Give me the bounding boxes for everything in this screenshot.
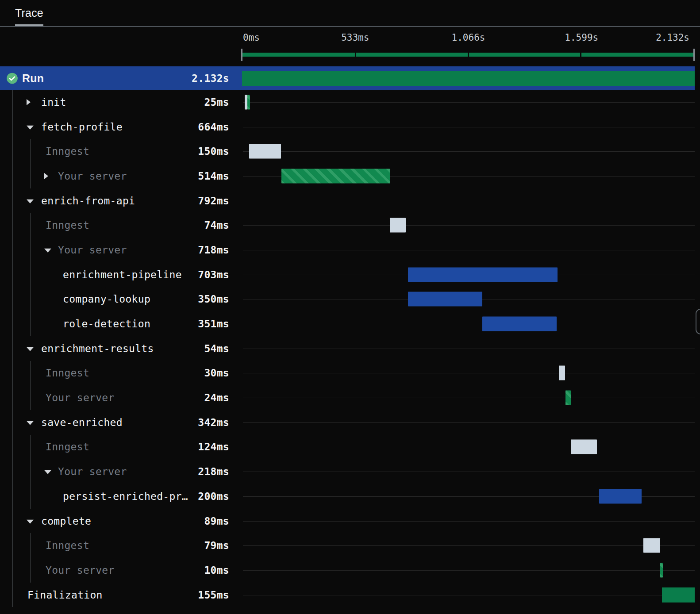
trace-row-init[interactable]: init25ms <box>0 90 695 115</box>
span-bar-run[interactable] <box>242 71 695 86</box>
span-bar-step[interactable] <box>408 292 482 307</box>
span-name-label: complete <box>41 515 91 527</box>
indent-guide-line <box>30 262 31 287</box>
span-bar-step[interactable] <box>482 317 557 331</box>
span-bar-queue[interactable] <box>571 440 597 454</box>
collapse-chevron-icon[interactable] <box>27 347 34 351</box>
span-name-label: Inngest <box>46 219 89 231</box>
row-label-panel: Inngest124ms <box>0 435 242 460</box>
span-bar-server[interactable] <box>281 169 391 183</box>
trace-row-company-lookup[interactable]: company-lookup350ms <box>0 287 695 312</box>
trace-row-enrich-from-api[interactable]: enrich-from-api792ms <box>0 188 695 213</box>
indent-guide-line <box>30 533 31 558</box>
expand-chevron-icon[interactable] <box>27 99 31 105</box>
indent-guide-line <box>12 533 13 558</box>
trace-row-fetch-profile[interactable]: fetch-profile664ms <box>0 115 695 139</box>
span-bar-queue[interactable] <box>559 366 565 380</box>
span-duration-label: 200ms <box>198 491 229 502</box>
span-bar-run[interactable] <box>662 587 695 602</box>
row-label-panel: enrich-from-api792ms <box>0 188 242 213</box>
span-duration-label: 30ms <box>204 367 229 379</box>
span-duration-label: 703ms <box>198 269 229 280</box>
trace-row-finalization[interactable]: Finalization155ms <box>0 583 695 607</box>
collapse-chevron-icon[interactable] <box>27 199 34 203</box>
vertical-scrollbar-thumb[interactable] <box>696 309 700 334</box>
trace-row-role-detection[interactable]: role-detection351ms <box>0 311 695 336</box>
span-duration-label: 89ms <box>204 515 229 527</box>
span-duration-label: 74ms <box>204 219 229 231</box>
span-duration-label: 514ms <box>198 170 229 182</box>
indent-guide-line <box>30 238 31 262</box>
span-name-label: Your server <box>58 244 127 256</box>
span-bar-step[interactable] <box>599 489 642 503</box>
row-label-panel: Finalization155ms <box>0 583 242 607</box>
span-bar-queue[interactable] <box>643 538 660 553</box>
expand-chevron-icon[interactable] <box>44 173 48 179</box>
trace-row-inngest[interactable]: Inngest150ms <box>0 139 695 164</box>
span-name-label: enrich-from-api <box>41 195 135 207</box>
waterfall-track <box>242 361 695 386</box>
trace-row-your-server[interactable]: Your server10ms <box>0 558 695 583</box>
timeline-minimap[interactable] <box>242 49 695 61</box>
span-bar-server[interactable] <box>565 391 571 405</box>
trace-row-inngest[interactable]: Inngest124ms <box>0 435 695 460</box>
waterfall-track <box>242 262 695 287</box>
indent-guide-line <box>12 164 13 188</box>
collapse-chevron-icon[interactable] <box>44 470 51 474</box>
indent-guide-line <box>12 336 13 361</box>
ruler-tick-label: 1.599s <box>565 32 598 43</box>
trace-row-inngest[interactable]: Inngest79ms <box>0 533 695 558</box>
collapse-chevron-icon[interactable] <box>27 519 34 523</box>
collapse-chevron-icon[interactable] <box>27 421 34 425</box>
indent-guide-line <box>48 262 48 287</box>
trace-row-inngest[interactable]: Inngest74ms <box>0 213 695 238</box>
indent-guide-line <box>12 139 13 164</box>
collapse-chevron-icon[interactable] <box>27 125 34 129</box>
indent-guide-line <box>12 558 13 583</box>
trace-row-your-server[interactable]: Your server514ms <box>0 164 695 188</box>
span-duration-label: 351ms <box>198 318 229 330</box>
minimap-tick-gap <box>355 53 356 57</box>
span-name-label: fetch-profile <box>41 121 123 133</box>
span-duration-label: 24ms <box>204 392 229 403</box>
trace-row-save-enriched[interactable]: save-enriched342ms <box>0 410 695 435</box>
trace-row-run[interactable]: Run2.132s <box>0 66 695 90</box>
trace-row-enrichment-results[interactable]: enrichment-results54ms <box>0 336 695 361</box>
waterfall-track <box>242 583 695 607</box>
trace-row-enrichment-pipeline[interactable]: enrichment-pipeline703ms <box>0 262 695 287</box>
span-bar-server[interactable] <box>660 563 663 577</box>
indent-guide-line <box>12 238 13 262</box>
tab-trace[interactable]: Trace <box>15 0 43 26</box>
trace-row-your-server[interactable]: Your server718ms <box>0 238 695 262</box>
collapse-chevron-icon[interactable] <box>44 249 51 253</box>
span-name-label: Inngest <box>46 367 89 379</box>
trace-row-persist-enriched-pr[interactable]: persist-enriched-pr…200ms <box>0 484 695 509</box>
waterfall-track <box>242 385 695 410</box>
indent-guide-line <box>12 287 13 312</box>
span-name-label: Your server <box>46 392 115 403</box>
indent-guide-line <box>30 287 31 312</box>
span-name-label: enrichment-pipeline <box>63 269 182 280</box>
indent-guide-line <box>12 213 13 238</box>
indent-guide-line <box>30 459 31 484</box>
ruler-tick-label: 1.066s <box>452 32 485 43</box>
check-circle-icon <box>6 72 18 84</box>
row-label-panel: Inngest74ms <box>0 213 242 238</box>
tab-active-underline <box>15 24 43 26</box>
trace-view: Trace 0ms533ms1.066s1.599s2.132s Run2.13… <box>0 0 700 614</box>
trace-row-your-server[interactable]: Your server24ms <box>0 385 695 410</box>
span-bar-server[interactable] <box>247 95 250 109</box>
span-bar-queue[interactable] <box>249 144 281 159</box>
ruler-tick-label: 0ms <box>243 32 260 43</box>
span-name-label: Inngest <box>46 540 89 551</box>
span-name-label: Run <box>22 72 44 84</box>
trace-row-complete[interactable]: complete89ms <box>0 509 695 533</box>
waterfall-track <box>242 311 695 336</box>
waterfall-track <box>242 459 695 484</box>
trace-row-inngest[interactable]: Inngest30ms <box>0 361 695 386</box>
span-duration-label: 150ms <box>198 146 229 157</box>
span-bar-step[interactable] <box>408 267 557 282</box>
span-bar-queue[interactable] <box>390 218 406 233</box>
trace-row-your-server[interactable]: Your server218ms <box>0 459 695 484</box>
span-name-label: Your server <box>58 170 127 182</box>
